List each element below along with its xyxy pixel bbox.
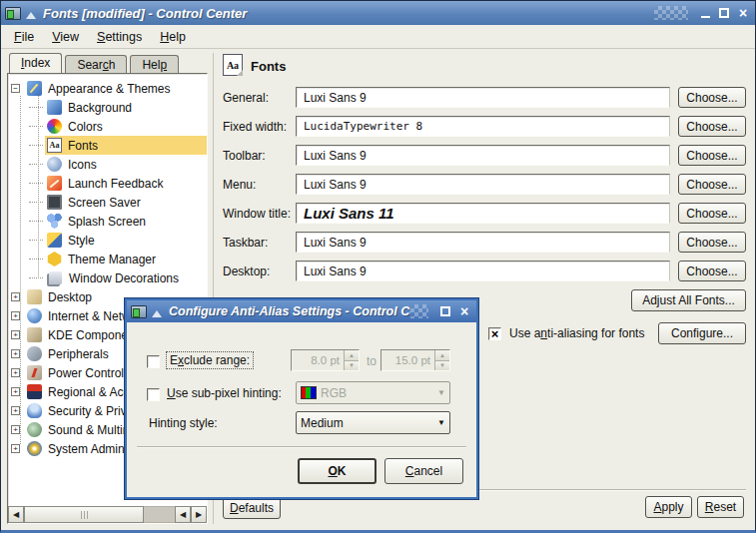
tree-item-launch-feedback[interactable]: Launch Feedback <box>8 174 207 193</box>
subpixel-dropdown[interactable]: RGB ▼ <box>296 381 450 404</box>
dialog-maximize-button[interactable] <box>437 303 453 319</box>
regional-icon <box>27 384 42 399</box>
expand-expander-icon[interactable]: + <box>11 292 20 301</box>
choose-general-button[interactable]: Choose... <box>678 87 746 108</box>
choose-window-title-button[interactable]: Choose... <box>678 203 746 224</box>
expand-expander-icon[interactable]: + <box>11 311 20 320</box>
hinting-style-label: Hinting style: <box>149 416 218 430</box>
icons-icon <box>47 157 62 172</box>
dialog-separator <box>137 446 466 447</box>
antialias-settings-dialog: Configure Anti-Alias Settings - Control … <box>125 298 478 499</box>
peripherals-icon <box>27 346 42 361</box>
choose-desktop-button[interactable]: Choose... <box>678 261 746 281</box>
style-icon <box>47 233 62 248</box>
adjust-all-fonts-button[interactable]: Adjust All Fonts... <box>631 289 746 311</box>
choose-fixed-width-button[interactable]: Choose... <box>678 116 746 137</box>
tree-item-background[interactable]: Background <box>8 98 207 117</box>
tree-item-appearance-themes[interactable]: − Appearance & Themes <box>8 79 207 98</box>
titlebar-dither-pattern <box>410 304 428 318</box>
ok-button[interactable]: OK <box>298 458 377 484</box>
background-icon <box>47 100 62 115</box>
minimize-button[interactable] <box>697 5 713 21</box>
scroll-left-button[interactable]: ◀ <box>8 506 24 523</box>
exclude-range-label[interactable]: Exclude range: <box>166 351 254 369</box>
power-control-icon <box>27 365 42 380</box>
cancel-button[interactable]: Cancel <box>384 458 463 484</box>
triangle-up-icon <box>152 310 162 317</box>
tree-horizontal-scrollbar[interactable]: ◀ ◀ ▶ <box>8 506 207 523</box>
window-title-font-field: Luxi Sans 11 <box>296 203 670 224</box>
close-button[interactable]: × <box>735 5 751 21</box>
tree-item-colors[interactable]: Colors <box>8 117 207 136</box>
scrollbar-track[interactable] <box>144 506 175 523</box>
fonts-page-icon <box>223 54 243 76</box>
expand-expander-icon[interactable]: + <box>11 425 20 434</box>
spin-up-icon[interactable]: ▲ <box>435 350 449 360</box>
kde-components-icon <box>27 327 42 342</box>
dialog-close-button[interactable]: × <box>456 303 472 319</box>
control-center-icon <box>5 7 21 20</box>
scrollbar-thumb[interactable] <box>24 506 144 523</box>
spin-up-icon[interactable]: ▲ <box>345 350 359 360</box>
apply-button[interactable]: Apply <box>645 496 692 518</box>
range-to-spinbox[interactable]: 15.0 pt ▲▼ <box>380 349 450 371</box>
tree-item-splash-screen[interactable]: Splash Screen <box>8 212 207 231</box>
spin-down-icon[interactable]: ▼ <box>435 360 449 371</box>
expand-expander-icon[interactable]: + <box>11 349 20 358</box>
menu-file[interactable]: File <box>5 28 43 46</box>
defaults-button[interactable]: Defaults <box>223 497 281 519</box>
tab-index[interactable]: Index <box>9 53 62 74</box>
expand-expander-icon[interactable]: + <box>11 330 20 339</box>
titlebar[interactable]: Fonts [modified] - Control Center × <box>1 1 755 25</box>
collapse-expander-icon[interactable]: − <box>11 84 20 93</box>
expand-expander-icon[interactable]: + <box>11 387 20 396</box>
security-icon <box>27 403 42 418</box>
screen-saver-icon <box>47 195 62 210</box>
choose-menu-button[interactable]: Choose... <box>678 174 746 195</box>
expand-expander-icon[interactable]: + <box>11 406 20 415</box>
triangle-up-icon <box>26 12 36 19</box>
font-row-menu: Menu: Luxi Sans 9 Choose... <box>223 174 746 195</box>
tab-help[interactable]: Help <box>130 55 179 74</box>
choose-taskbar-button[interactable]: Choose... <box>678 232 746 253</box>
taskbar-font-field: Luxi Sans 9 <box>296 232 670 253</box>
chevron-down-icon: ▼ <box>437 388 445 397</box>
colors-icon <box>47 119 62 134</box>
maximize-button[interactable] <box>716 5 732 21</box>
range-from-spinbox[interactable]: 8.0 pt ▲▼ <box>291 349 360 371</box>
font-row-window-title: Window title: Luxi Sans 11 Choose... <box>223 203 746 224</box>
hinting-style-dropdown[interactable]: Medium ▼ <box>296 411 450 434</box>
spin-down-icon[interactable]: ▼ <box>345 360 359 371</box>
font-row-toolbar: Toolbar: Luxi Sans 9 Choose... <box>223 145 746 166</box>
reset-button[interactable]: Reset <box>697 496 744 518</box>
tree-item-theme-manager[interactable]: Theme Manager <box>8 250 207 268</box>
tree-item-icons[interactable]: Icons <box>8 155 207 174</box>
fixed-width-font-field: LucidaTypewriter 8 <box>296 116 670 137</box>
menu-view[interactable]: View <box>43 28 88 46</box>
expand-expander-icon[interactable]: + <box>11 368 20 377</box>
fonts-icon <box>47 138 62 153</box>
dialog-title: Configure Anti-Alias Settings - Control … <box>169 304 410 318</box>
scroll-right-button[interactable]: ▶ <box>191 506 207 523</box>
menu-settings[interactable]: Settings <box>88 28 151 46</box>
choose-toolbar-button[interactable]: Choose... <box>678 145 746 166</box>
configure-button[interactable]: Configure... <box>658 322 746 344</box>
system-admin-icon <box>27 441 42 456</box>
exclude-range-checkbox[interactable] <box>147 355 160 368</box>
shade-button[interactable] <box>25 7 37 19</box>
tree-item-screen-saver[interactable]: Screen Saver <box>8 193 207 212</box>
dialog-titlebar[interactable]: Configure Anti-Alias Settings - Control … <box>127 300 476 322</box>
expand-expander-icon[interactable]: + <box>11 444 20 453</box>
page-title: Fonts <box>251 59 286 74</box>
tree-item-fonts[interactable]: Fonts <box>8 136 207 155</box>
dialog-shade-button[interactable] <box>151 305 163 317</box>
tree-item-window-decorations[interactable]: Window Decorations <box>8 268 207 287</box>
subpixel-checkbox[interactable] <box>147 388 160 401</box>
antialias-checkbox[interactable]: × <box>488 327 501 340</box>
tab-search[interactable]: Search <box>65 55 127 74</box>
menu-font-field: Luxi Sans 9 <box>296 174 670 195</box>
tree-item-style[interactable]: Style <box>8 231 207 250</box>
desktop-font-field: Luxi Sans 9 <box>296 261 670 281</box>
menu-help[interactable]: Help <box>151 28 195 46</box>
scroll-left-button[interactable]: ◀ <box>175 506 191 523</box>
